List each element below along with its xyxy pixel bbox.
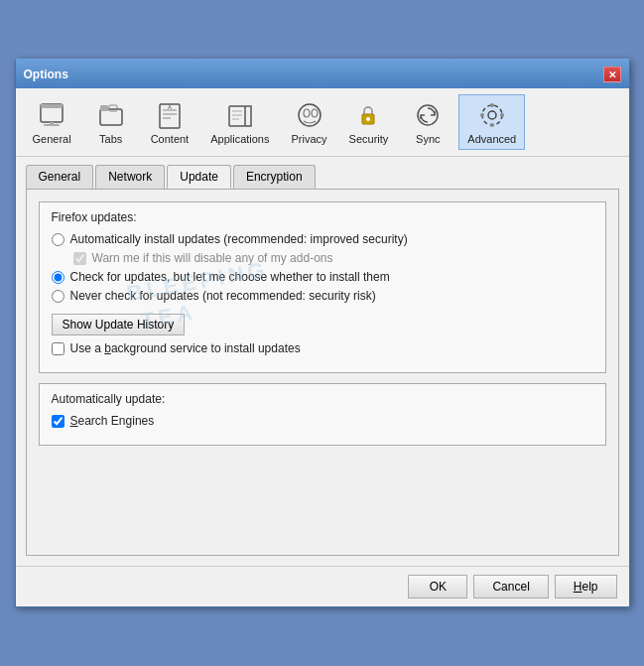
search-engines-label[interactable]: Search Engines [70, 414, 155, 428]
privacy-icon [294, 99, 325, 131]
content-area: General Network Update Encryption BLEEPI… [16, 157, 629, 566]
toolbar-content-label: Content [151, 133, 190, 145]
tab-update[interactable]: Update [167, 165, 231, 189]
background-service-row: Use a background service to install upda… [52, 341, 593, 355]
check-updates-radio[interactable] [52, 271, 64, 284]
svg-rect-6 [109, 105, 117, 111]
tab-content-update: BLEEPING TEA Firefox updates: Automatica… [26, 189, 619, 556]
svg-point-26 [480, 113, 484, 117]
auto-install-radio[interactable] [52, 233, 64, 246]
toolbar-sync[interactable]: Sync [401, 94, 454, 150]
applications-icon [224, 99, 256, 131]
security-icon [352, 99, 384, 131]
never-check-row: Never check for updates (not recommended… [52, 289, 593, 303]
svg-rect-1 [41, 104, 63, 108]
svg-point-27 [500, 113, 504, 117]
toolbar-sync-label: Sync [416, 133, 440, 145]
toolbar-applications[interactable]: Applications [201, 94, 278, 150]
tabs-icon [95, 99, 127, 131]
show-update-history-button[interactable]: Show Update History [52, 314, 186, 335]
warn-addons-label[interactable]: Warn me if this will disable any of my a… [92, 251, 333, 265]
tab-network[interactable]: Network [95, 165, 165, 189]
search-engines-checkbox[interactable] [52, 415, 64, 428]
toolbar-privacy[interactable]: Privacy [283, 94, 336, 150]
firefox-updates-label: Firefox updates: [52, 210, 593, 224]
toolbar-advanced-label: Advanced [467, 133, 516, 145]
toolbar-general-label: General [33, 133, 71, 145]
svg-point-23 [482, 105, 502, 125]
svg-text:A: A [168, 104, 172, 110]
sync-icon [412, 99, 444, 131]
warn-addons-checkbox[interactable] [73, 252, 86, 265]
toolbar-content[interactable]: A Content [142, 94, 198, 150]
title-bar-controls: ✕ [603, 67, 621, 82]
svg-rect-12 [229, 106, 245, 126]
toolbar-tabs-label: Tabs [99, 133, 122, 145]
svg-point-25 [490, 123, 494, 127]
content-icon: A [154, 99, 186, 131]
check-updates-row: Check for updates, but let me choose whe… [52, 270, 593, 284]
tab-general[interactable]: General [26, 165, 94, 189]
toolbar-general[interactable]: General [24, 94, 80, 150]
warn-addons-row: Warn me if this will disable any of my a… [73, 251, 593, 265]
background-service-label[interactable]: Use a background service to install upda… [70, 341, 301, 355]
svg-point-18 [312, 109, 318, 117]
tab-bar: General Network Update Encryption [26, 165, 619, 189]
auto-update-section: Automatically update: Search Engines [39, 383, 606, 446]
toolbar-privacy-label: Privacy [292, 133, 327, 145]
warn-addons-row-wrapper: Warn me if this will disable any of my a… [52, 251, 593, 265]
toolbar-tabs[interactable]: Tabs [84, 94, 138, 150]
toolbar-advanced[interactable]: Advanced [458, 94, 525, 150]
tab-encryption[interactable]: Encryption [233, 165, 316, 189]
search-engines-row: Search Engines [52, 414, 593, 428]
auto-update-label: Automatically update: [52, 392, 593, 406]
svg-point-22 [488, 111, 496, 119]
svg-rect-3 [50, 122, 54, 125]
auto-install-row: Automatically install updates (recommend… [52, 232, 593, 246]
bottom-bar: OK Cancel Help [16, 566, 629, 606]
firefox-updates-section: Firefox updates: Automatically install u… [39, 201, 606, 373]
toolbar-security-label: Security [349, 133, 389, 145]
background-service-checkbox[interactable] [52, 342, 64, 355]
svg-point-17 [304, 109, 310, 117]
toolbar: General Tabs A Content Applications Priv… [16, 88, 629, 157]
check-updates-label[interactable]: Check for updates, but let me choose whe… [70, 270, 390, 284]
never-check-label[interactable]: Never check for updates (not recommended… [70, 289, 376, 303]
window-title: Options [24, 67, 68, 81]
close-button[interactable]: ✕ [603, 67, 621, 82]
cancel-button[interactable]: Cancel [473, 575, 548, 599]
svg-point-20 [366, 117, 370, 121]
help-button[interactable]: Help [555, 575, 617, 599]
never-check-radio[interactable] [52, 290, 64, 303]
title-bar: Options ✕ [16, 61, 629, 88]
svg-point-24 [490, 103, 494, 107]
toolbar-security[interactable]: Security [340, 94, 398, 150]
svg-rect-5 [100, 105, 108, 111]
options-window: Options ✕ General Tabs A Content [15, 59, 630, 607]
toolbar-applications-label: Applications [210, 133, 269, 145]
ok-button[interactable]: OK [408, 575, 467, 599]
auto-install-label[interactable]: Automatically install updates (recommend… [70, 232, 408, 246]
advanced-icon [476, 99, 508, 131]
general-icon [36, 99, 67, 131]
